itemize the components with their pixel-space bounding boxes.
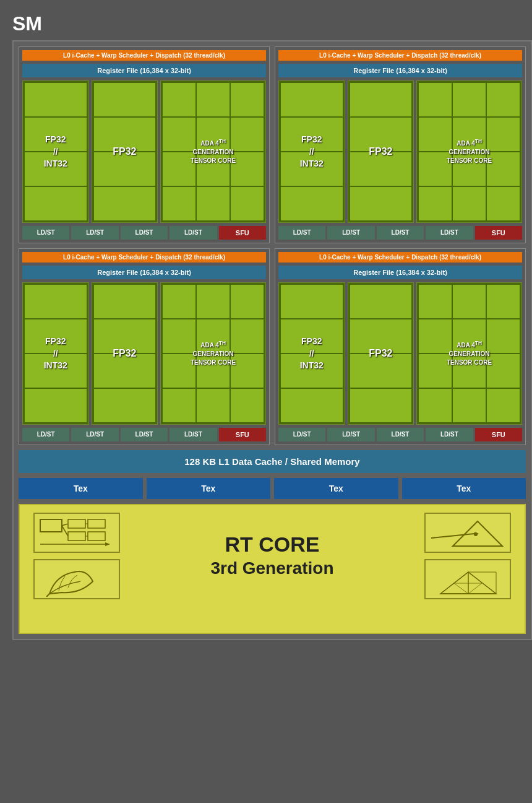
- ldst-cell: LD/ST: [327, 226, 374, 240]
- g-cell: [419, 285, 452, 318]
- svg-rect-1: [68, 519, 85, 528]
- fp32-col-2: FP32: [348, 80, 414, 223]
- register-file-bar-1: Register File (16,384 x 32-bit): [22, 64, 266, 77]
- l0-cache-bar-4: L0 i-Cache + Warp Scheduler + Dispatch (…: [278, 252, 522, 263]
- g-cell: [197, 187, 230, 220]
- ldst-row-1: LD/ST LD/ST LD/ST LD/ST SFU: [22, 226, 266, 240]
- quadrant-4: L0 i-Cache + Warp Scheduler + Dispatch (…: [275, 248, 526, 445]
- tensor-col-4: ADA 4thGENERATIONTENSOR CORE: [416, 282, 522, 425]
- tensor-col-2: ADA 4thGENERATIONTENSOR CORE: [416, 80, 522, 223]
- tensor-label-4: ADA 4thGENERATIONTENSOR CORE: [447, 340, 492, 367]
- l0-cache-bar-2: L0 i-Cache + Warp Scheduler + Dispatch (…: [278, 50, 522, 61]
- g-cell: [231, 285, 264, 318]
- sfu-cell-3: SFU: [219, 428, 266, 441]
- mesh-svg: [428, 563, 508, 597]
- bvh-diagram: [33, 513, 120, 553]
- tensor-col-3: ADA 4thGENERATIONTENSOR CORE: [160, 282, 266, 425]
- svg-line-24: [454, 583, 468, 594]
- ldst-cell: LD/ST: [169, 428, 217, 441]
- fp32-int32-label-4: FP32//INT32: [300, 336, 324, 372]
- g-cell: [281, 187, 343, 220]
- g-cell: [94, 152, 156, 186]
- ldst-cell: LD/ST: [71, 428, 118, 441]
- fp32-label-2: FP32: [369, 146, 392, 157]
- g-cell: [419, 83, 452, 116]
- register-file-bar-2: Register File (16,384 x 32-bit): [278, 64, 522, 77]
- g-cell: [197, 285, 230, 318]
- g-cell: [350, 83, 412, 116]
- svg-line-13: [431, 534, 474, 538]
- sfu-cell-2: SFU: [475, 226, 522, 240]
- fp32-int32-label-3: FP32//INT32: [44, 336, 67, 372]
- g-cell: [94, 354, 156, 388]
- g-cell: [487, 285, 520, 318]
- g-cell: [94, 285, 156, 318]
- tensor-label-3: ADA 4thGENERATIONTENSOR CORE: [191, 340, 236, 367]
- g-cell: [197, 83, 230, 116]
- svg-line-25: [468, 583, 482, 594]
- ldst-cell: LD/ST: [22, 226, 69, 240]
- g-cell: [231, 83, 264, 116]
- rt-core-title-line2: 3rd Generation: [139, 557, 406, 579]
- ray-svg: [428, 516, 508, 550]
- quadrant-3: L0 i-Cache + Warp Scheduler + Dispatch (…: [19, 248, 270, 445]
- g-cell: [163, 389, 195, 422]
- rt-core-section: RT CORE 3rd Generation: [19, 504, 526, 634]
- ldst-cell: LD/ST: [71, 226, 118, 240]
- fp32-label-3: FP32: [113, 348, 136, 359]
- ray-triangle-diagram: [424, 513, 511, 553]
- ldst-row-2: LD/ST LD/ST LD/ST LD/ST SFU: [278, 226, 522, 240]
- leaf-svg: [37, 563, 118, 597]
- g-cell: [350, 354, 412, 388]
- g-cell: [350, 389, 412, 422]
- g-cell: [94, 187, 156, 220]
- g-cell: [197, 389, 230, 422]
- compute-area-2: FP32//INT32 FP32: [278, 80, 522, 223]
- fp32-col-4: FP32: [348, 282, 414, 425]
- ldst-cell: LD/ST: [426, 226, 473, 240]
- svg-point-15: [474, 532, 478, 536]
- g-cell: [487, 83, 520, 116]
- ldst-row-4: LD/ST LD/ST LD/ST LD/ST SFU: [278, 428, 522, 441]
- register-file-bar-4: Register File (16,384 x 32-bit): [278, 266, 522, 279]
- fp32-col-1: FP32: [92, 80, 158, 223]
- l0-cache-bar-1: L0 i-Cache + Warp Scheduler + Dispatch (…: [22, 50, 266, 61]
- fp32-int32-col-1: FP32//INT32: [22, 80, 89, 223]
- g-cell: [487, 187, 520, 220]
- bvh-svg: [37, 516, 118, 550]
- tex-cell-4: Tex: [402, 478, 526, 499]
- rt-core-right-diagrams: [418, 513, 517, 599]
- quadrant-1: L0 i-Cache + Warp Scheduler + Dispatch (…: [19, 46, 270, 243]
- g-cell: [281, 83, 343, 116]
- quadrant-grid: L0 i-Cache + Warp Scheduler + Dispatch (…: [19, 46, 526, 445]
- ldst-cell: LD/ST: [169, 226, 217, 240]
- g-cell: [25, 187, 87, 220]
- ldst-cell: LD/ST: [278, 428, 325, 441]
- tex-cell-3: Tex: [274, 478, 398, 499]
- g-cell: [281, 389, 343, 422]
- g-cell: [487, 389, 520, 422]
- g-cell: [453, 389, 486, 422]
- quadrant-2: L0 i-Cache + Warp Scheduler + Dispatch (…: [275, 46, 526, 243]
- sm-outer: L0 i-Cache + Warp Scheduler + Dispatch (…: [12, 40, 532, 640]
- ldst-cell: LD/ST: [278, 226, 325, 240]
- svg-rect-3: [68, 532, 85, 540]
- tex-row: Tex Tex Tex Tex: [19, 478, 526, 499]
- g-cell: [453, 83, 486, 116]
- ldst-cell: LD/ST: [377, 226, 424, 240]
- fp32-int32-col-4: FP32//INT32: [278, 282, 345, 425]
- tensor-label-2: ADA 4thGENERATIONTENSOR CORE: [447, 138, 492, 165]
- g-cell: [163, 83, 195, 116]
- page-title: SM: [12, 12, 532, 35]
- mesh-diagram: [424, 559, 511, 599]
- g-cell: [419, 187, 452, 220]
- g-cell: [25, 285, 87, 318]
- fp32-int32-label-2: FP32//INT32: [300, 134, 324, 170]
- sfu-cell-1: SFU: [219, 226, 266, 240]
- fp32-col-3: FP32: [92, 282, 158, 425]
- tensor-col-1: ADA 4thGENERATIONTENSOR CORE: [160, 80, 266, 223]
- fp32-int32-col-2: FP32//INT32: [278, 80, 345, 223]
- g-cell: [94, 83, 156, 116]
- leaf-diagram: [33, 559, 120, 599]
- rt-core-center-text: RT CORE 3rd Generation: [126, 532, 418, 579]
